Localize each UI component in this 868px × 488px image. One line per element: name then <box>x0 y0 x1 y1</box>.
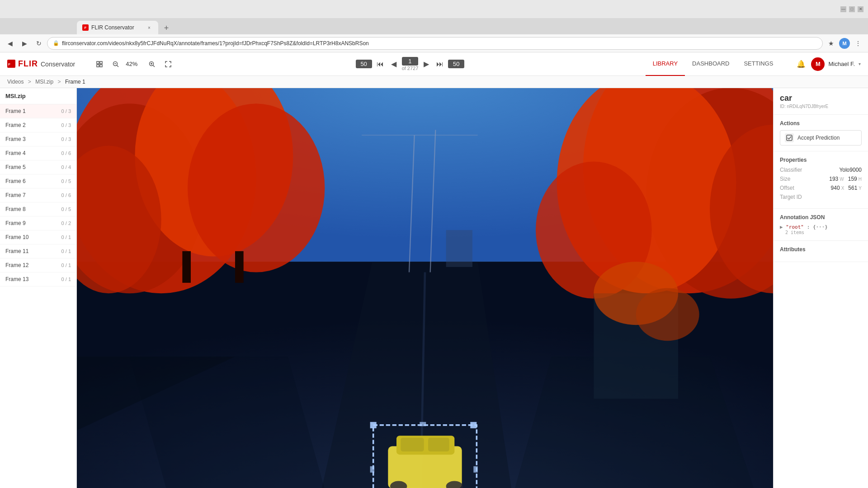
sidebar-item-6[interactable]: Frame 6 0 / 5 <box>0 174 76 188</box>
svg-rect-36 <box>428 438 449 451</box>
browser-toolbar: ◀ ▶ ↻ 🔒 flirconservator.com/videos/nkx8y… <box>0 34 868 52</box>
sidebar-item-7[interactable]: Frame 7 0 / 6 <box>0 188 76 202</box>
svg-rect-35 <box>401 438 424 451</box>
browser-menu-button[interactable]: ⋮ <box>852 37 864 50</box>
sidebar-item-13[interactable]: Frame 13 0 / 1 <box>0 272 76 286</box>
nav-item-settings[interactable]: SETTINGS <box>736 52 780 76</box>
sidebar-item-count: 0 / 4 <box>61 164 71 170</box>
size-value: 193 W 159 H <box>829 176 862 182</box>
sidebar-item-10[interactable]: Frame 10 0 / 1 <box>0 230 76 244</box>
svg-rect-5 <box>100 65 102 67</box>
user-avatar: M <box>811 57 825 71</box>
sidebar-item-9[interactable]: Frame 9 0 / 2 <box>0 216 76 230</box>
new-tab-button[interactable]: + <box>160 22 173 34</box>
sidebar-item-11[interactable]: Frame 11 0 / 1 <box>0 244 76 258</box>
sidebar-item-count: 0 / 2 <box>61 221 71 226</box>
json-root-item[interactable]: ▶ "root" : {···} <box>780 224 862 230</box>
go-to-end-button[interactable]: ⏭ <box>434 59 445 70</box>
sidebar-item-name: Frame 9 <box>5 220 26 226</box>
breadcrumb-current-page: Frame 1 <box>65 79 85 85</box>
zoom-in-button[interactable] <box>146 58 158 70</box>
browser-chrome: — □ ✕ F FLIR Conservator × + ◀ ▶ ↻ 🔒 fli… <box>0 0 868 52</box>
svg-line-10 <box>153 65 155 67</box>
header-nav: LIBRARY DASHBOARD SETTINGS <box>646 52 781 76</box>
next-frame-button[interactable]: ▶ <box>421 59 432 70</box>
flir-brand-text: FLIR <box>18 59 38 69</box>
offset-label: Offset <box>780 185 794 191</box>
sidebar-item-name: Frame 8 <box>5 206 26 212</box>
sidebar-item-3[interactable]: Frame 3 0 / 3 <box>0 132 76 146</box>
back-button[interactable]: ◀ <box>4 37 16 50</box>
sidebar-header: MSI.zip <box>0 88 76 104</box>
object-id: ID: nRDiLqN7DJBfryerE <box>780 104 862 109</box>
address-bar[interactable]: 🔒 flirconservator.com/videos/nkx8y5frCJF… <box>47 37 823 50</box>
header-user[interactable]: 🔔 M Michael F. ▾ <box>795 57 861 71</box>
zoom-level-display: 42% <box>126 61 142 67</box>
sidebar-item-count: 0 / 1 <box>61 249 71 254</box>
tab-close-button[interactable]: × <box>146 24 153 31</box>
sidebar-item-1[interactable]: Frame 1 0 / 3 <box>0 104 76 118</box>
forward-button[interactable]: ▶ <box>18 37 31 50</box>
sidebar-item-count: 0 / 6 <box>61 150 71 156</box>
breadcrumb-videos-link[interactable]: Videos <box>7 79 24 85</box>
json-root-key: "root" <box>786 224 804 230</box>
current-frame-number: 1 <box>402 57 418 66</box>
json-expand-icon[interactable]: ▶ <box>780 224 783 230</box>
offset-value: 940 X 561 Y <box>831 185 862 191</box>
app-logo: F FLIR Conservator <box>7 59 75 69</box>
json-item-count: 2 items <box>780 230 862 235</box>
accept-prediction-button[interactable]: Accept Prediction <box>780 130 862 145</box>
refresh-button[interactable]: ↻ <box>33 37 45 50</box>
fullscreen-button[interactable] <box>162 58 175 70</box>
size-w-value: 193 <box>829 176 838 182</box>
main-content: MSI.zip Frame 1 0 / 3 Frame 2 0 / 3 Fram… <box>0 88 868 488</box>
scene-container <box>77 88 773 488</box>
playback-controls: 50 ⏮ ◀ 1 of 2727 ▶ ⏭ 50 <box>182 57 638 71</box>
browser-profile-avatar[interactable]: M <box>839 38 850 49</box>
breadcrumb-separator-2: > <box>58 79 61 85</box>
minimize-button[interactable]: — <box>840 6 846 12</box>
zoom-to-fit-button[interactable] <box>93 58 106 70</box>
active-tab[interactable]: F FLIR Conservator × <box>77 21 158 34</box>
attributes-section: Attributes <box>774 241 868 262</box>
classifier-value: Yolo9000 <box>839 167 862 173</box>
breadcrumb-folder-link[interactable]: MSI.zip <box>35 79 53 85</box>
sidebar-item-4[interactable]: Frame 4 0 / 6 <box>0 146 76 160</box>
svg-rect-47 <box>473 466 477 473</box>
svg-rect-4 <box>97 65 99 67</box>
tab-favicon: F <box>82 24 89 31</box>
sidebar-item-name: Frame 13 <box>5 276 28 282</box>
conservator-text: Conservator <box>41 61 75 68</box>
sidebar-item-count: 0 / 1 <box>61 235 71 240</box>
size-w-unit: W <box>840 177 844 182</box>
svg-point-52 <box>636 288 699 341</box>
maximize-button[interactable]: □ <box>849 6 855 12</box>
sidebar-item-2[interactable]: Frame 2 0 / 3 <box>0 118 76 132</box>
sidebar-item-12[interactable]: Frame 12 0 / 1 <box>0 258 76 272</box>
object-name: car <box>780 94 862 103</box>
app-header: F FLIR Conservator <box>0 52 868 76</box>
nav-item-library[interactable]: LIBRARY <box>646 52 685 76</box>
breadcrumb: Videos > MSI.zip > Frame 1 <box>0 76 868 88</box>
image-viewer[interactable] <box>77 88 773 488</box>
sidebar-item-8[interactable]: Frame 8 0 / 5 <box>0 202 76 216</box>
frame-display: 1 of 2727 <box>402 57 419 71</box>
svg-rect-55 <box>787 135 792 141</box>
svg-rect-46 <box>370 466 374 473</box>
prev-frame-button[interactable]: ◀ <box>388 59 399 70</box>
tab-title: FLIR Conservator <box>91 24 134 31</box>
target-id-row: Target ID <box>780 194 862 200</box>
bookmark-button[interactable]: ★ <box>825 37 837 50</box>
offset-x-value: 940 <box>831 185 840 191</box>
close-button[interactable]: ✕ <box>858 6 863 12</box>
target-id-label: Target ID <box>780 194 802 200</box>
sidebar-item-count: 0 / 1 <box>61 277 71 282</box>
notifications-button[interactable]: 🔔 <box>795 58 807 70</box>
sidebar-item-name: Frame 6 <box>5 178 26 184</box>
infrared-scene-svg <box>77 88 773 488</box>
sidebar-item-5[interactable]: Frame 5 0 / 4 <box>0 160 76 174</box>
go-to-start-button[interactable]: ⏮ <box>375 59 386 70</box>
zoom-out-button[interactable] <box>109 58 122 70</box>
sidebar-item-count: 0 / 6 <box>61 192 71 198</box>
nav-item-dashboard[interactable]: DASHBOARD <box>685 52 736 76</box>
